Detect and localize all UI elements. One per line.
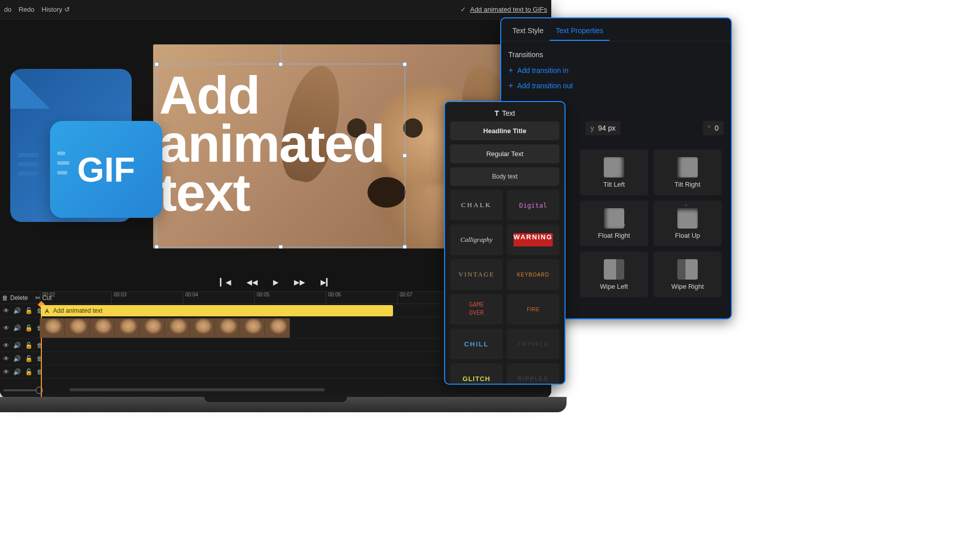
style-fire[interactable]: FIRE	[507, 294, 559, 324]
resize-handle[interactable]	[155, 245, 159, 248]
eye-icon[interactable]: 👁	[3, 307, 9, 314]
y-position-input[interactable]: y94 px	[585, 121, 621, 135]
speaker-icon[interactable]: 🔊	[13, 342, 21, 349]
gif-file-icon: GIF	[10, 69, 158, 222]
tab-text-style[interactable]: Text Style	[506, 21, 550, 41]
tab-text-properties[interactable]: Text Properties	[550, 21, 609, 41]
speaker-icon[interactable]: 🔊	[13, 307, 21, 314]
speaker-icon[interactable]: 🔊	[13, 368, 21, 375]
ruler-tick: 00:02	[40, 292, 111, 304]
undo-button[interactable]: do	[4, 6, 11, 13]
properties-tabs: Text Style Text Properties	[501, 18, 731, 41]
ruler-tick: 00:05	[254, 292, 326, 304]
video-clip[interactable]	[40, 318, 290, 338]
text-styles-panel: T Text Headline Title Regular Text Body …	[444, 101, 566, 385]
text-clip[interactable]: Add animated text	[41, 305, 393, 316]
text-t-icon: T	[495, 109, 499, 117]
eye-icon[interactable]: 👁	[3, 342, 9, 349]
zoom-slider[interactable]	[3, 389, 36, 391]
laptop-notch	[204, 397, 347, 402]
style-twinkle[interactable]: TWINKLE	[507, 329, 559, 359]
style-digital[interactable]: Digital	[507, 190, 559, 220]
gif-label: GIF	[77, 149, 135, 189]
style-game-over[interactable]: GAME OVER	[450, 294, 503, 324]
history-icon: ↺	[64, 6, 70, 13]
gif-badge: GIF	[50, 121, 162, 218]
transitions-heading: Transitions	[501, 41, 731, 63]
anim-float-up[interactable]: ˆFloat Up	[653, 201, 722, 246]
ruler-tick: 00:04	[183, 292, 254, 304]
headline-title-button[interactable]: Headline Title	[450, 121, 559, 140]
style-keyboard[interactable]: KEYBOARD	[507, 259, 559, 290]
trash-icon: 🗑	[2, 294, 8, 302]
style-calligraphy[interactable]: Calligraphy	[450, 224, 503, 255]
rotation-input[interactable]: °0	[703, 121, 724, 135]
text-selection-box[interactable]	[156, 64, 405, 247]
eye-icon[interactable]: 👁	[3, 368, 9, 375]
eye-icon[interactable]: 👁	[3, 355, 9, 362]
eye-icon[interactable]: 👁	[3, 324, 9, 332]
add-transition-in-button[interactable]: +Add transition in	[501, 63, 731, 78]
speaker-icon[interactable]: 🔊	[13, 324, 21, 332]
project-title[interactable]: Add animated text to GIFs	[470, 6, 547, 13]
history-button[interactable]: History ↺	[42, 6, 70, 13]
add-transition-out-button[interactable]: +Add transition out	[501, 78, 731, 93]
ruler-tick: 00:03	[111, 292, 183, 304]
lock-icon[interactable]: 🔓	[25, 324, 33, 332]
skip-start-button[interactable]: ▎◀	[220, 278, 231, 286]
resize-handle[interactable]	[403, 245, 407, 248]
body-text-button[interactable]: Body text	[450, 167, 559, 186]
regular-text-button[interactable]: Regular Text	[450, 144, 559, 163]
style-chalk[interactable]: CHALK	[450, 190, 503, 220]
redo-button[interactable]: Redo	[18, 6, 34, 13]
lock-icon[interactable]: 🔓	[25, 355, 33, 362]
fast-forward-button[interactable]: ▶▶	[294, 278, 305, 286]
style-glitch[interactable]: GLITCH	[450, 363, 503, 385]
anim-wipe-right[interactable]: Wipe Right	[653, 252, 722, 297]
skip-end-button[interactable]: ▶▎	[321, 278, 332, 286]
lock-icon[interactable]: 🔓	[25, 342, 33, 349]
check-icon: ✓	[460, 6, 466, 13]
resize-handle[interactable]	[279, 62, 283, 66]
plus-icon: +	[508, 81, 513, 90]
horizontal-scrollbar[interactable]	[69, 388, 325, 391]
save-status: ✓ Add animated text to GIFs	[460, 6, 547, 13]
history-label: History	[42, 6, 62, 13]
plus-icon: +	[508, 66, 513, 75]
resize-handle[interactable]	[403, 154, 407, 158]
rewind-button[interactable]: ◀◀	[247, 278, 258, 286]
play-button[interactable]: ▶	[273, 278, 279, 286]
lock-icon[interactable]: 🔓	[25, 368, 33, 375]
lock-icon[interactable]: 🔓	[25, 307, 33, 314]
anim-float-right[interactable]: ›Float Right	[580, 201, 648, 246]
style-chill[interactable]: CHILL	[450, 329, 503, 359]
text-a-icon	[44, 308, 50, 314]
top-bar: do Redo History ↺ ✓ Add animated text to…	[0, 0, 551, 19]
clip-label: Add animated text	[53, 307, 103, 314]
delete-button[interactable]: 🗑Delete	[2, 294, 28, 302]
style-ripples[interactable]: RIPPLES	[507, 363, 559, 385]
text-style-grid: CHALK Digital Calligraphy WARNING VINTAG…	[450, 190, 559, 385]
anim-tilt-right[interactable]: ›Tilt Right	[653, 149, 722, 195]
resize-handle[interactable]	[155, 62, 159, 66]
animation-grid: ‹Tilt Left ›Tilt Right ›Float Right ˆFlo…	[573, 149, 729, 297]
text-panel-header: T Text	[450, 107, 559, 121]
resize-handle[interactable]	[279, 245, 283, 248]
speaker-icon[interactable]: 🔊	[13, 355, 21, 362]
style-vintage[interactable]: VINTAGE	[450, 259, 503, 290]
resize-handle[interactable]	[403, 62, 407, 66]
style-warning[interactable]: WARNING	[507, 224, 559, 255]
anim-tilt-left[interactable]: ‹Tilt Left	[580, 149, 648, 195]
anim-wipe-left[interactable]: Wipe Left	[580, 252, 648, 297]
ruler-tick: 00:06	[326, 292, 397, 304]
